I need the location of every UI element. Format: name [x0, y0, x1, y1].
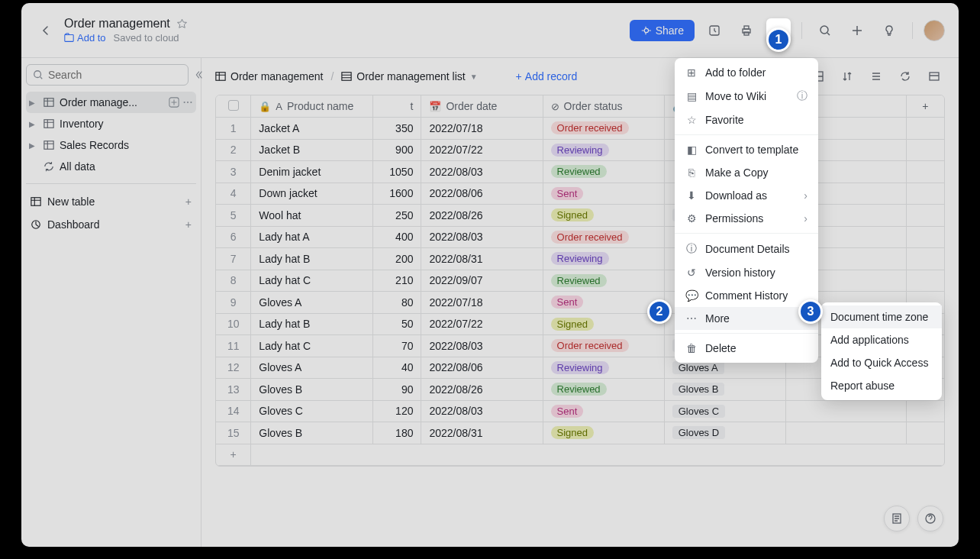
cell-quantity[interactable]: 1050 [372, 161, 421, 183]
cell-extra[interactable] [785, 422, 906, 444]
cell-order-status[interactable]: Signed [543, 313, 664, 335]
row-height-icon[interactable] [866, 66, 887, 87]
col-add[interactable]: + [906, 95, 944, 118]
table-row[interactable]: 14Gloves C1202022/08/03SentGloves C [216, 400, 944, 422]
cell-quantity[interactable]: 50 [372, 313, 421, 335]
cell-order-status[interactable]: Reviewed [543, 161, 664, 183]
cell-order-status[interactable]: Order received [543, 226, 664, 248]
cell-quantity[interactable]: 70 [372, 335, 421, 357]
cell-quantity[interactable]: 40 [372, 357, 421, 379]
find-icon[interactable] [924, 66, 945, 87]
cell-product-name[interactable]: Wool hat [251, 205, 372, 227]
add-record-button[interactable]: + Add record [516, 70, 578, 82]
cell-product-name[interactable]: Jacket A [251, 118, 372, 140]
notification-icon[interactable] [702, 18, 727, 43]
cell-order-date[interactable]: 2022/09/07 [421, 270, 543, 292]
cell-quantity[interactable]: 120 [372, 400, 421, 422]
cell-order-date[interactable]: 2022/08/06 [421, 357, 543, 379]
table-row[interactable]: 15Gloves B1802022/08/31SignedGloves D [216, 422, 944, 444]
cell-product-name[interactable]: Lady hat A [251, 226, 372, 248]
menu-more[interactable]: ⋯More [675, 307, 818, 330]
cell-product-name[interactable]: Denim jacket [251, 161, 372, 183]
cell-product-name[interactable]: Lady hat C [251, 335, 372, 357]
cell-order-status[interactable]: Reviewing [543, 248, 664, 270]
submenu-add-applications[interactable]: Add applications [821, 328, 942, 351]
cell-product-name[interactable]: Lady hat C [251, 270, 372, 292]
cell-order-status[interactable]: Reviewed [543, 379, 664, 401]
cell-order-date[interactable]: 2022/07/22 [421, 313, 543, 335]
col-order-status[interactable]: ⊘Order status [543, 95, 664, 118]
cell-product-name[interactable]: Gloves B [251, 379, 372, 401]
menu-favorite[interactable]: ☆Favorite [675, 108, 818, 131]
cell-order-status[interactable]: Order received [543, 118, 664, 140]
cell-quantity[interactable]: 250 [372, 205, 421, 227]
cell-order-status[interactable]: Signed [543, 422, 664, 444]
search-header-icon[interactable] [813, 18, 837, 43]
cell-linked[interactable]: Gloves B [664, 379, 785, 401]
cell-product-name[interactable]: Lady hat B [251, 248, 372, 270]
share-button[interactable]: Share [630, 20, 695, 41]
menu-download-as[interactable]: ⬇Download as› [675, 184, 818, 207]
cell-order-status[interactable]: Reviewed [543, 270, 664, 292]
cell-quantity[interactable]: 90 [372, 379, 421, 401]
breadcrumb-view[interactable]: Order management list ▼ [341, 70, 477, 82]
search-input[interactable] [48, 69, 182, 81]
submenu-document-time-zone[interactable]: Document time zone [821, 305, 942, 328]
item-more-icon[interactable] [182, 97, 193, 108]
col-product-name[interactable]: 🔒AProduct name [251, 95, 372, 118]
col-order-date[interactable]: 📅Order date [421, 95, 543, 118]
cell-order-status[interactable]: Signed [543, 205, 664, 227]
refresh-icon[interactable] [895, 66, 916, 87]
add-to-link[interactable]: Add to [64, 32, 106, 44]
new-table-button[interactable]: New table + [26, 190, 196, 213]
cell-order-date[interactable]: 2022/08/03 [421, 400, 543, 422]
sidebar-item-inventory[interactable]: ▶ Inventory [26, 113, 196, 134]
cell-product-name[interactable]: Lady hat B [251, 313, 372, 335]
cell-order-status[interactable]: Reviewing [543, 357, 664, 379]
star-icon[interactable] [176, 18, 188, 30]
menu-convert-to-template[interactable]: ◧Convert to template [675, 138, 818, 161]
cell-product-name[interactable]: Gloves B [251, 422, 372, 444]
cell-quantity[interactable]: 210 [372, 270, 421, 292]
menu-make-a-copy[interactable]: ⎘Make a Copy [675, 161, 818, 184]
toc-icon[interactable] [884, 506, 910, 532]
table-row[interactable]: 5Wool hat2502022/08/26SignedW [216, 205, 944, 227]
cell-order-date[interactable]: 2022/08/26 [421, 205, 543, 227]
col-checkbox[interactable] [216, 95, 251, 118]
user-avatar[interactable] [924, 20, 945, 41]
cell-order-date[interactable]: 2022/08/06 [421, 183, 543, 205]
cell-product-name[interactable]: Jacket B [251, 139, 372, 161]
cell-order-date[interactable]: 2022/07/22 [421, 139, 543, 161]
cell-order-date[interactable]: 2022/08/31 [421, 248, 543, 270]
plus-header-icon[interactable] [845, 18, 869, 43]
sidebar-item-all-data[interactable]: All data [26, 156, 196, 177]
cell-product-name[interactable]: Gloves A [251, 292, 372, 314]
add-row[interactable]: + [216, 444, 944, 466]
table-row[interactable]: 1Jacket A3502022/07/18Order received [216, 118, 944, 140]
cell-order-status[interactable]: Sent [543, 400, 664, 422]
menu-add-to-folder[interactable]: ⊞Add to folder [675, 61, 818, 84]
cell-order-date[interactable]: 2022/08/03 [421, 161, 543, 183]
menu-document-details[interactable]: ⓘDocument Details [675, 237, 818, 261]
cell-quantity[interactable]: 350 [372, 118, 421, 140]
cell-order-date[interactable]: 2022/08/03 [421, 226, 543, 248]
cell-quantity[interactable]: 400 [372, 226, 421, 248]
menu-permissions[interactable]: ⚙Permissions› [675, 207, 818, 230]
cell-order-status[interactable]: Sent [543, 292, 664, 314]
cell-quantity[interactable]: 900 [372, 139, 421, 161]
cell-order-status[interactable]: Sent [543, 183, 664, 205]
add-sub-icon[interactable] [169, 97, 179, 108]
submenu-add-to-quick-access[interactable]: Add to Quick Access [821, 351, 942, 374]
menu-comment-history[interactable]: 💬Comment History [675, 284, 818, 307]
cell-order-date[interactable]: 2022/07/18 [421, 118, 543, 140]
checkbox-icon[interactable] [228, 100, 239, 111]
cell-order-status[interactable]: Reviewing [543, 139, 664, 161]
cell-product-name[interactable]: Gloves A [251, 357, 372, 379]
help-icon[interactable] [917, 506, 943, 532]
print-icon[interactable] [734, 18, 759, 43]
cell-extra[interactable] [785, 400, 906, 422]
cell-linked[interactable]: Gloves D [664, 422, 785, 444]
menu-delete[interactable]: 🗑Delete [675, 337, 818, 360]
table-row[interactable]: 8Lady hat C2102022/09/07Reviewed [216, 270, 944, 292]
sidebar-item-sales-records[interactable]: ▶ Sales Records [26, 134, 196, 156]
